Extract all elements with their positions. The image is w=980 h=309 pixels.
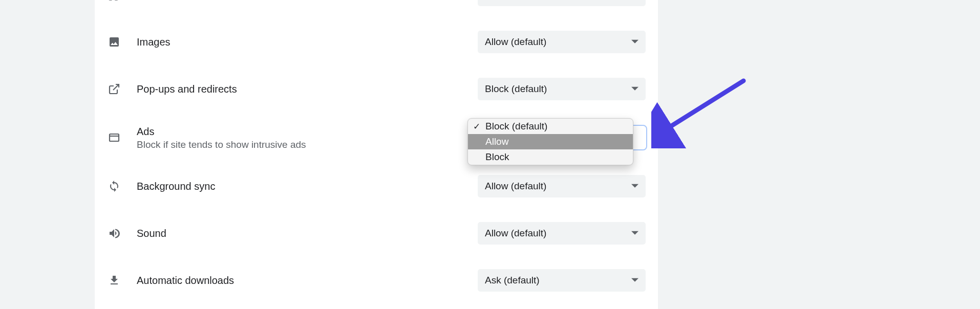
- image-icon: [107, 35, 121, 49]
- autodl-value: Ask (default): [485, 275, 540, 286]
- ads-option-block[interactable]: Block: [468, 149, 633, 165]
- row-bgsync: Background sync Allow (default): [95, 163, 658, 210]
- row-autodl: Automatic downloads Ask (default): [95, 257, 658, 304]
- window-icon: [107, 130, 121, 145]
- ads-dropdown[interactable]: ✓ Block (default) Allow Block: [467, 118, 633, 165]
- caret-down-icon: [631, 230, 638, 237]
- flash-value: Ask (default): [485, 0, 540, 1]
- external-link-icon: [107, 82, 121, 96]
- row-sound: Sound Allow (default): [95, 210, 658, 257]
- sound-icon: [107, 226, 121, 240]
- bgsync-select[interactable]: Allow (default): [478, 175, 646, 197]
- flash-label: Flash: [137, 0, 478, 2]
- bgsync-label: Background sync: [137, 180, 478, 193]
- images-select[interactable]: Allow (default): [478, 31, 646, 53]
- caret-down-icon: [631, 85, 638, 93]
- sound-label: Sound: [137, 227, 478, 240]
- sound-select[interactable]: Allow (default): [478, 222, 646, 245]
- autodl-select[interactable]: Ask (default): [478, 269, 646, 292]
- flash-select[interactable]: Ask (default): [478, 0, 646, 6]
- svg-rect-0: [110, 134, 119, 141]
- bgsync-value: Allow (default): [485, 181, 546, 192]
- row-flash: Flash Ask (default): [95, 0, 658, 18]
- sync-icon: [107, 179, 121, 193]
- ads-option-allow[interactable]: Allow: [468, 134, 633, 149]
- download-icon: [107, 273, 121, 288]
- images-label: Images: [137, 35, 478, 49]
- caret-down-icon: [631, 38, 638, 46]
- sound-value: Allow (default): [485, 228, 546, 239]
- svg-line-2: [664, 81, 743, 130]
- row-images: Images Allow (default): [95, 18, 658, 65]
- popups-select[interactable]: Block (default): [478, 78, 646, 100]
- ads-label: Ads: [137, 125, 478, 138]
- caret-down-icon: [631, 183, 638, 190]
- check-icon: ✓: [473, 121, 480, 132]
- puzzle-icon: [107, 0, 121, 2]
- popups-value: Block (default): [485, 83, 547, 95]
- images-value: Allow (default): [485, 36, 546, 48]
- ads-sublabel: Block if site tends to show intrusive ad…: [137, 139, 478, 150]
- popups-label: Pop-ups and redirects: [137, 82, 478, 96]
- annotation-arrow: [651, 77, 754, 148]
- option-label: Block (default): [485, 121, 547, 132]
- row-popups: Pop-ups and redirects Block (default): [95, 65, 658, 113]
- option-label: Block: [485, 151, 509, 163]
- ads-option-block-default[interactable]: ✓ Block (default): [468, 119, 633, 134]
- autodl-label: Automatic downloads: [137, 274, 478, 287]
- caret-down-icon: [631, 277, 638, 284]
- option-label: Allow: [485, 136, 508, 147]
